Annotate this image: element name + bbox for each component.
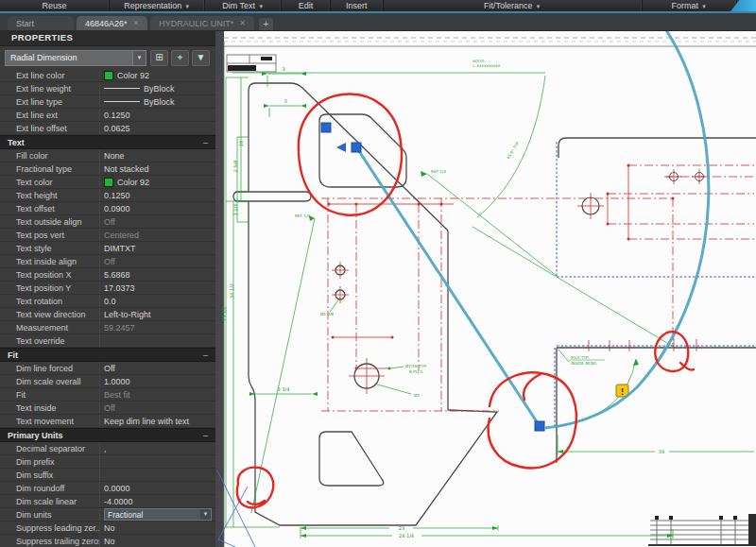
menu-item-format[interactable]: Format▼ bbox=[643, 0, 737, 11]
tab-hydraulic-unit[interactable]: HYDRAULIC UNIT*✕ bbox=[150, 16, 254, 30]
prop-row-fractional-type[interactable]: Fractional typeNot stacked bbox=[0, 162, 215, 176]
prop-row-suppress-leading-zer[interactable]: Suppress leading zer...No bbox=[0, 521, 215, 535]
prop-row-decimal-separator[interactable]: Decimal separator, bbox=[0, 442, 215, 455]
prop-value-text-offset[interactable]: 0.0900 bbox=[99, 202, 215, 214]
prop-row-text-color[interactable]: Text colorColor 92 bbox=[0, 176, 215, 189]
prop-value-dim-scale-overall[interactable]: 1.0000 bbox=[99, 375, 215, 387]
grip-center[interactable] bbox=[321, 123, 331, 132]
prop-value-dim-roundoff[interactable]: 0.0000 bbox=[99, 482, 215, 494]
tab-46846a26[interactable]: 46846A26*✕ bbox=[77, 16, 147, 30]
prop-row-dim-prefix[interactable]: Dim prefix bbox=[0, 455, 215, 469]
prop-value-text-color[interactable]: Color 92 bbox=[99, 176, 215, 188]
object-type-selector[interactable]: Radial Dimension ▼ bbox=[5, 50, 146, 66]
prop-value-measurement[interactable]: 59.2457 bbox=[99, 321, 215, 333]
prop-value-text-movement[interactable]: Keep dim line with text bbox=[99, 415, 215, 427]
menu-item-dim-text[interactable]: Dim Text▼ bbox=[205, 0, 282, 11]
prop-row-ext-line-offset[interactable]: Ext line offset0.0625 bbox=[0, 122, 215, 135]
section-header-primary-units[interactable]: Primary Units– bbox=[0, 428, 215, 442]
prop-value-fit[interactable]: Best fit bbox=[99, 388, 215, 401]
prop-value-ext-line-type[interactable]: ByBlock bbox=[99, 95, 215, 108]
grip-leader-start[interactable] bbox=[352, 143, 361, 152]
section-header-fit[interactable]: Fit– bbox=[0, 348, 215, 362]
prop-row-ext-line-weight[interactable]: Ext line weightByBlock bbox=[0, 82, 215, 95]
prop-row-suppress-trailing-zeros[interactable]: Suppress trailing zerosNo bbox=[0, 535, 215, 547]
tab-start[interactable]: Start bbox=[8, 16, 74, 30]
prop-value-fill-color[interactable]: None bbox=[99, 149, 215, 162]
prop-value-text-view-direction[interactable]: Left-to-Right bbox=[99, 308, 215, 320]
color-swatch bbox=[104, 71, 113, 80]
grip-text-position[interactable] bbox=[535, 421, 544, 431]
chevron-down-icon[interactable]: ▼ bbox=[200, 509, 211, 520]
prop-value-dim-suffix[interactable] bbox=[99, 469, 215, 481]
prop-row-text-inside-align[interactable]: Text inside alignOff bbox=[0, 255, 215, 268]
chevron-down-icon: ▼ bbox=[184, 4, 190, 9]
prop-row-text-outside-align[interactable]: Text outside alignOff bbox=[0, 215, 215, 229]
prop-row-text-inside[interactable]: Text insideOff bbox=[0, 402, 215, 415]
prop-value-ext-line-weight[interactable]: ByBlock bbox=[99, 82, 215, 94]
prop-value-ext-line-color[interactable]: Color 92 bbox=[99, 69, 215, 81]
dropdown-dim-units[interactable]: Fractional▼ bbox=[104, 508, 212, 521]
prop-value-text-position-x[interactable]: 5.6868 bbox=[99, 268, 215, 281]
menu-item-representation[interactable]: Representation▼ bbox=[110, 0, 205, 11]
prop-value-suppress-trailing-zeros[interactable]: No bbox=[99, 535, 215, 547]
prop-row-fit[interactable]: FitBest fit bbox=[0, 388, 215, 402]
prop-row-text-position-x[interactable]: Text position X5.6868 bbox=[0, 268, 215, 282]
prop-value-dim-units[interactable]: Fractional▼ bbox=[99, 508, 215, 521]
prop-row-text-rotation[interactable]: Text rotation0.0 bbox=[0, 295, 215, 308]
quick-select-icon[interactable]: ▼ bbox=[192, 50, 210, 66]
prop-row-ext-line-ext[interactable]: Ext line ext0.1250 bbox=[0, 109, 215, 122]
collapse-icon[interactable]: – bbox=[203, 350, 208, 360]
prop-row-text-height[interactable]: Text height0.1250 bbox=[0, 189, 215, 202]
menu-item-fit-tolerance[interactable]: Fit/Tolerance▼ bbox=[384, 0, 643, 11]
prop-value-text-rotation[interactable]: 0.0 bbox=[99, 295, 215, 307]
prop-value-text-inside[interactable]: Off bbox=[99, 402, 215, 414]
prop-row-dim-scale-overall[interactable]: Dim scale overall1.0000 bbox=[0, 375, 215, 388]
prop-value-text-style[interactable]: DIMTXT bbox=[99, 242, 215, 254]
prop-value-dim-prefix[interactable] bbox=[99, 455, 215, 468]
prop-value-fractional-type[interactable]: Not stacked bbox=[99, 162, 215, 175]
menu-item-reuse[interactable]: Reuse bbox=[0, 0, 110, 11]
select-objects-icon[interactable]: ⌖ bbox=[171, 50, 189, 66]
prop-row-ext-line-type[interactable]: Ext line typeByBlock bbox=[0, 95, 215, 109]
prop-value-suppress-leading-zer[interactable]: No bbox=[99, 521, 215, 534]
prop-row-text-view-direction[interactable]: Text view directionLeft-to-Right bbox=[0, 308, 215, 321]
prop-value-ext-line-offset[interactable]: 0.0625 bbox=[99, 122, 215, 134]
prop-value-dim-scale-linear[interactable]: -4.0000 bbox=[99, 495, 215, 507]
close-icon[interactable]: ✕ bbox=[239, 20, 246, 27]
prop-value-text-override[interactable] bbox=[99, 334, 215, 347]
new-tab-button[interactable]: + bbox=[259, 18, 273, 30]
prop-value-text-pos-vert[interactable]: Centered bbox=[99, 229, 215, 241]
section-header-text[interactable]: Text– bbox=[0, 135, 215, 149]
prop-row-dim-scale-linear[interactable]: Dim scale linear-4.0000 bbox=[0, 495, 215, 508]
prop-value-text-outside-align[interactable]: Off bbox=[99, 215, 215, 228]
prop-row-text-position-y[interactable]: Text position Y17.0373 bbox=[0, 282, 215, 295]
prop-value-text-height[interactable]: 0.1250 bbox=[99, 189, 215, 201]
close-icon[interactable]: ✕ bbox=[133, 20, 140, 27]
svg-text:REF 1/4: REF 1/4 bbox=[295, 214, 310, 218]
drawing-canvas[interactable]: NOTES: 1. XXXXXXXXXX bbox=[215, 30, 756, 547]
prop-row-text-offset[interactable]: Text offset0.0900 bbox=[0, 202, 215, 215]
prop-row-dim-units[interactable]: Dim unitsFractional▼ bbox=[0, 508, 215, 521]
prop-row-text-style[interactable]: Text styleDIMTXT bbox=[0, 242, 215, 255]
prop-row-text-override[interactable]: Text override bbox=[0, 334, 215, 348]
chevron-down-icon[interactable]: ▼ bbox=[132, 51, 146, 65]
menu-item-edit[interactable]: Edit bbox=[282, 0, 330, 11]
prop-row-dim-suffix[interactable]: Dim suffix bbox=[0, 469, 215, 482]
prop-label-ext-line-weight: Ext line weight bbox=[0, 84, 99, 94]
prop-value-decimal-separator[interactable]: , bbox=[99, 442, 215, 454]
prop-value-dim-line-forced[interactable]: Off bbox=[99, 362, 215, 374]
prop-row-text-movement[interactable]: Text movementKeep dim line with text bbox=[0, 415, 215, 428]
prop-row-fill-color[interactable]: Fill colorNone bbox=[0, 149, 215, 162]
prop-value-ext-line-ext[interactable]: 0.1250 bbox=[99, 109, 215, 121]
collapse-icon[interactable]: – bbox=[203, 431, 208, 440]
collapse-icon[interactable]: – bbox=[203, 138, 208, 147]
prop-row-dim-roundoff[interactable]: Dim roundoff0.0000 bbox=[0, 482, 215, 495]
prop-row-text-pos-vert[interactable]: Text pos vertCentered bbox=[0, 229, 215, 242]
prop-value-text-inside-align[interactable]: Off bbox=[99, 255, 215, 267]
menu-item-insert[interactable]: Insert bbox=[331, 0, 384, 11]
prop-value-text-position-y[interactable]: 17.0373 bbox=[99, 282, 215, 294]
prop-row-ext-line-color[interactable]: Ext line colorColor 92 bbox=[0, 69, 215, 82]
toggle-pickadd-icon[interactable]: ⊞ bbox=[150, 50, 168, 66]
prop-row-dim-line-forced[interactable]: Dim line forcedOff bbox=[0, 362, 215, 375]
prop-row-measurement[interactable]: Measurement59.2457 bbox=[0, 321, 215, 334]
